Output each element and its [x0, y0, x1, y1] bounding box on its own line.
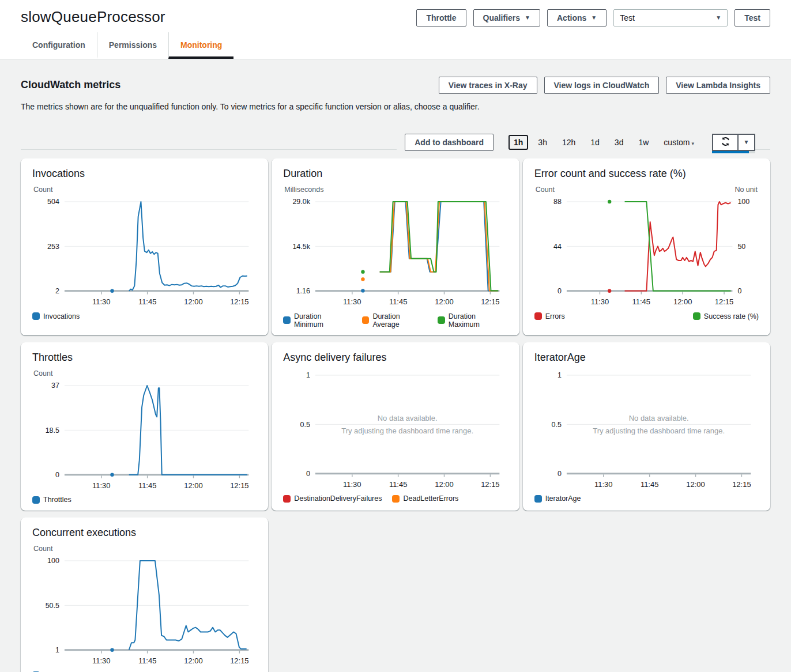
svg-text:29.0k: 29.0k — [293, 198, 311, 206]
qualifiers-button[interactable]: Qualifiers▼ — [473, 9, 541, 27]
legend-label: DeadLetterErrors — [403, 494, 458, 503]
svg-text:12:00: 12:00 — [686, 480, 705, 488]
data-point-dot — [361, 289, 365, 292]
chart-title: Duration — [283, 168, 507, 180]
chart-plot[interactable]: 10.5011:3011:4512:0012:15No data availab… — [283, 369, 507, 492]
svg-text:2: 2 — [55, 287, 59, 295]
time-range-1w[interactable]: 1w — [633, 135, 654, 150]
axis-unit-labels: Count — [32, 186, 257, 194]
chart-legend: Duration MinimumDuration AverageDuration… — [283, 312, 507, 329]
svg-text:12:15: 12:15 — [481, 297, 499, 306]
left-axis-unit: Count — [33, 369, 52, 377]
left-axis-unit: Count — [33, 186, 52, 194]
dashboard-controls-row: Add to dashboard 1h3h12h1d3d1wcustom▾ ▼ — [21, 133, 770, 152]
svg-text:12:15: 12:15 — [230, 297, 248, 306]
legend-item[interactable]: DestinationDeliveryFailures — [283, 494, 382, 503]
data-point-dot — [361, 277, 365, 281]
legend-item[interactable]: Duration Average — [362, 312, 427, 329]
svg-text:11:30: 11:30 — [92, 656, 111, 665]
chart-plot[interactable]: 504253211:3011:4512:0012:15 — [32, 196, 257, 309]
time-range-1d[interactable]: 1d — [585, 135, 605, 150]
legend-color-chip — [534, 495, 542, 503]
svg-text:11:30: 11:30 — [590, 297, 609, 306]
svg-text:11:45: 11:45 — [138, 481, 156, 489]
time-range-12h[interactable]: 12h — [557, 135, 581, 150]
data-point-dot — [110, 473, 114, 476]
tab-configuration[interactable]: Configuration — [21, 32, 97, 59]
add-to-dashboard-button[interactable]: Add to dashboard — [405, 134, 494, 151]
time-range-1h[interactable]: 1h — [508, 135, 528, 150]
throttle-button[interactable]: Throttle — [416, 9, 466, 27]
left-axis-unit: Milliseconds — [284, 186, 323, 194]
legend-color-chip — [32, 496, 40, 504]
test-button[interactable]: Test — [734, 9, 770, 27]
chevron-down-icon: ▼ — [744, 139, 749, 145]
no-data-message: No data available. — [628, 414, 688, 422]
svg-text:88: 88 — [553, 198, 562, 206]
chart-plot[interactable]: 3718.5011:3011:4512:0012:15 — [32, 380, 257, 493]
actions-button[interactable]: Actions▼ — [547, 9, 607, 27]
time-range-3h[interactable]: 3h — [533, 135, 552, 150]
metric-card-throttles: ThrottlesCount3718.5011:3011:4512:0012:1… — [21, 342, 268, 511]
svg-text:100: 100 — [737, 198, 749, 206]
chart-title: Throttles — [32, 352, 257, 364]
svg-text:11:30: 11:30 — [343, 297, 361, 306]
metric-card-async-failures: Async delivery failures10.5011:3011:4512… — [272, 342, 519, 511]
view-logs-cloudwatch-button[interactable]: View logs in CloudWatch — [544, 77, 660, 94]
svg-text:0: 0 — [737, 287, 741, 295]
legend-item[interactable]: DeadLetterErrors — [392, 494, 458, 503]
chevron-down-icon: ▾ — [691, 141, 694, 146]
legend-label: Duration Minimum — [294, 312, 352, 329]
legend-color-chip — [392, 495, 400, 503]
legend-item[interactable]: IteratorAge — [534, 494, 581, 503]
svg-text:37: 37 — [51, 382, 59, 390]
svg-text:504: 504 — [47, 198, 59, 206]
refresh-options-button[interactable]: ▼ — [738, 134, 755, 151]
time-range-3d[interactable]: 3d — [609, 135, 629, 150]
data-point-dot — [361, 270, 365, 273]
legend-item[interactable]: Success rate (%) — [693, 312, 759, 320]
legend-label: Duration Average — [372, 312, 427, 329]
svg-text:12:00: 12:00 — [435, 297, 454, 306]
svg-text:0.5: 0.5 — [551, 420, 561, 428]
view-traces-xray-button[interactable]: View traces in X-Ray — [439, 77, 537, 94]
svg-text:0: 0 — [55, 471, 59, 479]
chevron-down-icon: ▼ — [715, 15, 721, 21]
chart-plot[interactable]: 10.5011:3011:4512:0012:15No data availab… — [534, 369, 759, 492]
chart-title: Concurrent executions — [32, 527, 257, 539]
axis-unit-labels: Count — [32, 369, 257, 377]
legend-item[interactable]: Invocations — [32, 312, 80, 320]
metric-card-concurrent-executions: Concurrent executionsCount10050.5111:301… — [21, 518, 268, 672]
svg-text:12:15: 12:15 — [481, 480, 499, 488]
legend-label: IteratorAge — [545, 494, 581, 503]
legend-color-chip — [283, 316, 291, 324]
svg-text:0.5: 0.5 — [300, 420, 310, 428]
svg-text:12:00: 12:00 — [184, 481, 202, 489]
chart-plot[interactable]: 10050.5111:3011:4512:0012:15 — [32, 555, 257, 668]
refresh-icon — [721, 137, 730, 149]
chart-title: Error count and success rate (%) — [534, 168, 759, 180]
svg-text:0: 0 — [558, 470, 562, 478]
data-point-dot — [110, 289, 114, 293]
legend-item[interactable]: Throttles — [32, 496, 71, 504]
tab-monitoring[interactable]: Monitoring — [168, 32, 233, 59]
svg-text:100: 100 — [47, 557, 59, 565]
time-range-custom[interactable]: custom▾ — [658, 135, 699, 150]
tab-permissions[interactable]: Permissions — [97, 32, 168, 59]
legend-label: Invocations — [43, 312, 80, 320]
legend-label: Throttles — [43, 496, 71, 504]
legend-item[interactable]: Errors — [534, 312, 565, 320]
svg-text:253: 253 — [47, 243, 59, 251]
legend-item[interactable]: Duration Maximum — [438, 312, 508, 329]
chart-plot[interactable]: 29.0k14.5k1.1611:3011:4512:0012:15 — [283, 196, 507, 309]
view-lambda-insights-button[interactable]: View Lambda Insights — [666, 77, 770, 94]
chart-plot[interactable]: 8844010050011:3011:4512:0012:15 — [534, 196, 759, 309]
test-event-select[interactable]: Test ▼ — [613, 9, 728, 27]
no-data-message: No data available. — [378, 414, 438, 422]
refresh-button[interactable] — [712, 134, 739, 151]
no-data-hint: Try adjusting the dashboard time range. — [593, 426, 725, 435]
data-point-dot — [110, 648, 114, 652]
chart-legend: IteratorAge — [534, 494, 759, 503]
legend-item[interactable]: Duration Minimum — [283, 312, 351, 329]
svg-text:11:30: 11:30 — [343, 480, 361, 488]
